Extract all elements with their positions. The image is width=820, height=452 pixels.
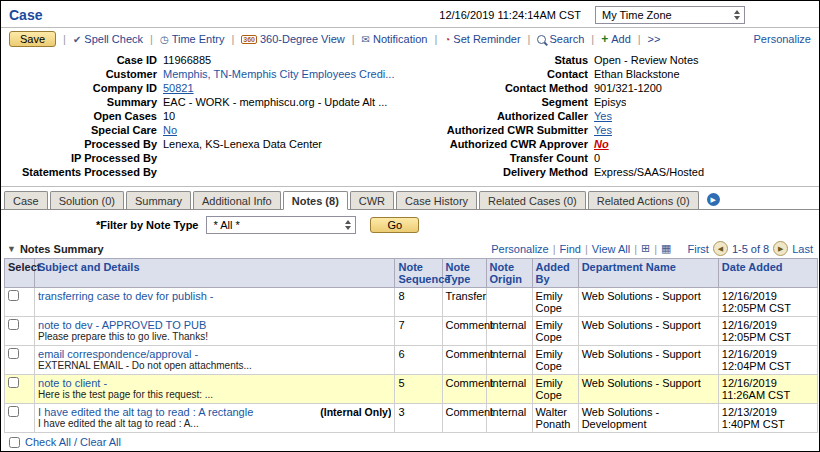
go-button[interactable]: Go: [370, 217, 419, 233]
note-origin: Internal: [486, 346, 532, 375]
separator: |: [638, 33, 641, 45]
col-header-added-by[interactable]: Added By: [532, 259, 578, 288]
set-reminder-label: Set Reminder: [453, 33, 520, 45]
field-label: Transfer Count: [410, 152, 594, 165]
col-header-sequence[interactable]: Note Sequence: [395, 259, 442, 288]
row-select-checkbox[interactable]: [8, 377, 19, 388]
notes-summary-title: Notes Summary: [20, 243, 104, 255]
check-all-checkbox[interactable]: [9, 437, 20, 448]
field-label: Customer: [7, 68, 163, 81]
field-label: Summary: [7, 96, 163, 109]
grid-view-all-link[interactable]: View All: [592, 243, 630, 255]
table-header-row: Select Subject and Details Note Sequence…: [5, 259, 818, 288]
reminder-icon: ◔: [444, 34, 450, 45]
note-type-select[interactable]: * All *: [206, 216, 356, 234]
search-button[interactable]: Search: [537, 33, 584, 45]
segment-value: Episys: [594, 96, 626, 109]
page-title: Case: [9, 7, 42, 23]
add-button[interactable]: + Add: [601, 32, 631, 46]
separator: |: [352, 33, 355, 45]
personalize-link[interactable]: Personalize: [754, 33, 811, 45]
field-label: Contact Method: [410, 82, 594, 95]
note-sequence: 7: [395, 317, 442, 346]
col-header-subject[interactable]: Subject and Details: [35, 259, 395, 288]
spell-check-button[interactable]: ✔ Spell Check: [73, 33, 143, 45]
add-label: Add: [611, 33, 631, 45]
popup-window-icon[interactable]: ⊞: [641, 242, 650, 255]
separator: |: [528, 33, 531, 45]
tab-solution[interactable]: Solution (0): [50, 191, 124, 209]
page-header: Case 12/16/2019 11:24:14AM CST My Time Z…: [1, 1, 819, 27]
col-header-department[interactable]: Department Name: [578, 259, 718, 288]
pager-first-link[interactable]: First: [688, 243, 709, 255]
customer-link[interactable]: Memphis, TN-Memphis City Employees Credi…: [163, 68, 394, 81]
check-all-link[interactable]: Check All / Clear All: [25, 436, 121, 448]
spell-check-label: Spell Check: [84, 33, 143, 45]
note-date-added: 12/13/2019 1:40PM CST: [718, 404, 817, 433]
note-subject-link[interactable]: note to dev - APPROVED TO PUB: [38, 319, 206, 331]
pager-prev-icon[interactable]: ◀: [713, 241, 728, 256]
pager-next-icon[interactable]: ▶: [773, 241, 788, 256]
field-label: Contact: [410, 68, 594, 81]
note-subject-link[interactable]: email correspondence/approval -: [38, 348, 198, 360]
note-subject-link[interactable]: note to client -: [38, 377, 107, 389]
tab-related-cases[interactable]: Related Cases (0): [479, 191, 586, 209]
tab-case-history[interactable]: Case History: [396, 191, 477, 209]
note-filter-row: *Filter by Note Type * All * Go: [1, 210, 819, 238]
note-subject-link[interactable]: I have edited the alt tag to read : A re…: [38, 406, 253, 418]
tab-cwr[interactable]: CWR: [350, 191, 394, 209]
note-added-by: Walter Ponath: [532, 404, 578, 433]
separator: |: [434, 33, 437, 45]
col-header-origin[interactable]: Note Origin: [486, 259, 532, 288]
row-select-checkbox[interactable]: [8, 319, 19, 330]
more-tabs-icon[interactable]: ▶: [707, 193, 720, 206]
tab-case[interactable]: Case: [4, 191, 48, 209]
note-type: Comment: [442, 346, 486, 375]
field-label: Processed By: [7, 138, 163, 151]
filter-label: *Filter by Note Type: [96, 219, 198, 231]
note-date-added: 12/16/2019 11:26AM CST: [718, 375, 817, 404]
save-button[interactable]: Save: [9, 31, 56, 47]
field-label: Statements Processed By: [7, 166, 163, 179]
note-subject-link[interactable]: transferring case to dev for publish -: [38, 290, 213, 302]
company-id-link[interactable]: 50821: [163, 82, 194, 95]
download-grid-icon[interactable]: ▦: [661, 242, 671, 255]
tab-related-actions[interactable]: Related Actions (0): [588, 191, 699, 209]
time-entry-button[interactable]: ◷ Time Entry: [160, 33, 225, 45]
tab-notes[interactable]: Notes (8): [283, 191, 348, 210]
case-page: Case 12/16/2019 11:24:14AM CST My Time Z…: [0, 0, 820, 452]
more-toolbar-button[interactable]: >>: [648, 33, 661, 45]
pager-last-link[interactable]: Last: [792, 243, 813, 255]
note-date-added: 12/16/2019 12:05PM CST: [718, 317, 817, 346]
set-reminder-button[interactable]: ◔ Set Reminder: [444, 33, 520, 45]
grid-find-link[interactable]: Find: [560, 243, 581, 255]
360-degree-view-button[interactable]: 360 360-Degree View: [241, 33, 344, 45]
row-select-checkbox[interactable]: [8, 348, 19, 359]
tab-additional-info[interactable]: Additional Info: [193, 191, 281, 209]
360-degree-view-label: 360-Degree View: [260, 33, 345, 45]
notification-label: Notification: [373, 33, 427, 45]
field-label: Company ID: [7, 82, 163, 95]
note-type: Comment: [442, 317, 486, 346]
note-origin: Internal: [486, 375, 532, 404]
note-detail: Here is the test page for this request: …: [38, 389, 391, 400]
grid-personalize-link[interactable]: Personalize: [491, 243, 548, 255]
authorized-cwr-submitter-link[interactable]: Yes: [594, 124, 612, 137]
col-header-select: Select: [5, 259, 35, 288]
row-select-checkbox[interactable]: [8, 290, 19, 301]
authorized-cwr-approver-link[interactable]: No: [594, 138, 609, 151]
authorized-caller-link[interactable]: Yes: [594, 110, 612, 123]
notification-button[interactable]: ✉ Notification: [362, 33, 428, 45]
special-care-link[interactable]: No: [163, 124, 177, 137]
case-details: Case ID11966885 CustomerMemphis, TN-Memp…: [1, 50, 819, 187]
plus-icon: +: [601, 32, 608, 46]
tab-summary[interactable]: Summary: [126, 191, 191, 209]
collapse-section-icon[interactable]: ▼: [7, 244, 16, 254]
col-header-date[interactable]: Date Added: [718, 259, 817, 288]
note-sequence: 8: [395, 288, 442, 317]
field-label: Open Cases: [7, 110, 163, 123]
col-header-type[interactable]: Note Type: [442, 259, 486, 288]
timezone-select[interactable]: My Time Zone: [595, 6, 745, 24]
row-select-checkbox[interactable]: [8, 406, 19, 417]
note-sequence: 3: [395, 404, 442, 433]
